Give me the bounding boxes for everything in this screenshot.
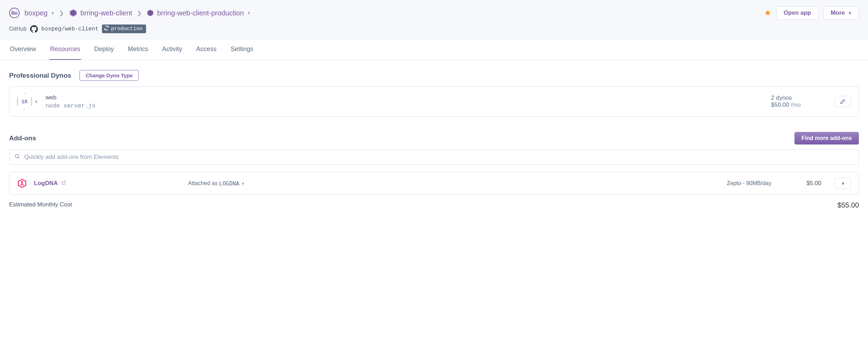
- dyno-card: 1X ▲▼ web node server.js 2 dynos $50.00 …: [9, 86, 859, 117]
- external-link-icon: [61, 180, 66, 187]
- addon-name[interactable]: LogDNA: [34, 180, 181, 187]
- env-pill[interactable]: production: [102, 24, 146, 33]
- tab-access[interactable]: Access: [195, 39, 217, 60]
- addon-attach-prefix: Attached as: [188, 180, 218, 186]
- addon-name-label: LogDNA: [34, 180, 58, 187]
- dyno-count: 2 dynos: [771, 94, 806, 101]
- env-pill-label: production: [111, 26, 143, 32]
- app-hex-icon: [146, 9, 154, 17]
- logdna-logo-icon: [17, 178, 27, 188]
- dynos-section-head: Professional Dynos Change Dyno Type: [9, 70, 859, 81]
- dynos-title: Professional Dynos: [9, 72, 71, 79]
- tabs: Overview Resources Deploy Metrics Activi…: [0, 39, 868, 60]
- change-dyno-type-button[interactable]: Change Dyno Type: [80, 70, 139, 81]
- addons-search[interactable]: [9, 149, 859, 165]
- addon-cost: $5.00: [797, 180, 821, 187]
- github-row: GitHub boxpeg/web-client production: [9, 24, 859, 39]
- content: Professional Dynos Change Dyno Type 1X ▲…: [0, 60, 868, 216]
- cost-summary-value: $55.00: [838, 201, 859, 209]
- chevron-updown-icon: ▲▼: [35, 100, 38, 103]
- tab-activity[interactable]: Activity: [161, 39, 183, 60]
- pencil-icon: [840, 99, 846, 104]
- addon-plan: Zepto - 90MB/day: [727, 180, 790, 186]
- dyno-size-selector[interactable]: 1X ▲▼: [17, 93, 38, 110]
- svg-line-4: [18, 157, 19, 159]
- org-avatar[interactable]: Bo: [9, 8, 20, 18]
- tab-overview[interactable]: Overview: [9, 39, 37, 60]
- chevron-right-icon: ❯: [59, 10, 64, 16]
- dyno-cost-amount: $50.00: [771, 101, 789, 108]
- breadcrumb-app-label: brring-web-client-production: [157, 9, 244, 17]
- github-repo[interactable]: boxpeg/web-client: [41, 26, 98, 32]
- tab-deploy[interactable]: Deploy: [94, 39, 115, 60]
- chevron-updown-icon: ▲▼: [247, 12, 250, 14]
- tab-resources[interactable]: Resources: [49, 39, 81, 60]
- addon-attach-alias: LOGDNA: [219, 180, 240, 187]
- search-icon: [14, 154, 20, 161]
- breadcrumb: Bo boxpeg ▲▼ ❯ brring-web-client ❯ brrin…: [9, 8, 250, 18]
- edit-dyno-button[interactable]: [835, 96, 851, 107]
- dyno-process-name: web: [46, 94, 763, 101]
- svg-marker-5: [19, 179, 26, 187]
- dyno-command: node server.js: [46, 103, 763, 109]
- chevron-updown-icon: ▲▼: [848, 12, 852, 14]
- breadcrumb-org-label: boxpeg: [25, 9, 48, 17]
- tab-metrics[interactable]: Metrics: [127, 39, 149, 60]
- breadcrumb-org[interactable]: boxpeg ▲▼: [25, 9, 54, 17]
- breadcrumb-pipeline-label: brring-web-client: [81, 9, 132, 17]
- breadcrumb-app[interactable]: brring-web-client-production ▲▼: [146, 9, 250, 17]
- tab-settings[interactable]: Settings: [230, 39, 254, 60]
- github-label: GitHub: [9, 26, 27, 32]
- addons-section-head: Add-ons Find more add-ons: [9, 132, 859, 145]
- open-app-button[interactable]: Open app: [776, 6, 818, 20]
- dyno-meta: 2 dynos $50.00 /mo: [771, 94, 806, 108]
- addon-card: LogDNA Attached as LOGDNA ▲▼ Zepto - 90M…: [9, 172, 859, 195]
- chevron-right-icon: ❯: [137, 10, 142, 16]
- addon-attachment[interactable]: Attached as LOGDNA ▲▼: [188, 180, 720, 187]
- svg-point-3: [15, 155, 19, 158]
- cost-summary-label: Estimated Monthly Cost: [9, 201, 72, 209]
- addon-actions-button[interactable]: ▲▼: [835, 178, 851, 189]
- sync-icon: [104, 26, 109, 32]
- dyno-cost: $50.00 /mo: [771, 101, 806, 108]
- github-icon: [30, 25, 38, 33]
- breadcrumb-row: Bo boxpeg ▲▼ ❯ brring-web-client ❯ brrin…: [9, 6, 859, 20]
- dyno-row: 1X ▲▼ web node server.js 2 dynos $50.00 …: [9, 87, 859, 116]
- chevron-updown-icon: ▲▼: [51, 12, 54, 14]
- addon-row: LogDNA Attached as LOGDNA ▲▼ Zepto - 90M…: [9, 172, 859, 195]
- pipeline-hex-icon: [69, 8, 78, 17]
- chevron-updown-icon: ▲▼: [842, 182, 845, 185]
- header-actions: ★ Open app More ▲▼: [764, 6, 859, 20]
- star-icon[interactable]: ★: [764, 8, 771, 17]
- more-button[interactable]: More ▲▼: [823, 6, 859, 20]
- find-more-addons-button[interactable]: Find more add-ons: [794, 132, 859, 145]
- dyno-size-badge: 1X: [17, 93, 32, 110]
- app-header: Bo boxpeg ▲▼ ❯ brring-web-client ❯ brrin…: [0, 0, 868, 39]
- chevron-updown-icon: ▲▼: [241, 182, 244, 185]
- addons-search-input[interactable]: [23, 153, 854, 161]
- cost-summary: Estimated Monthly Cost $55.00: [9, 201, 859, 209]
- svg-marker-2: [147, 10, 153, 16]
- dyno-cost-suffix: /mo: [791, 101, 801, 108]
- addons-title: Add-ons: [9, 134, 36, 142]
- more-button-label: More: [831, 9, 845, 16]
- dyno-info: web node server.js: [46, 94, 763, 109]
- breadcrumb-pipeline[interactable]: brring-web-client: [69, 8, 132, 17]
